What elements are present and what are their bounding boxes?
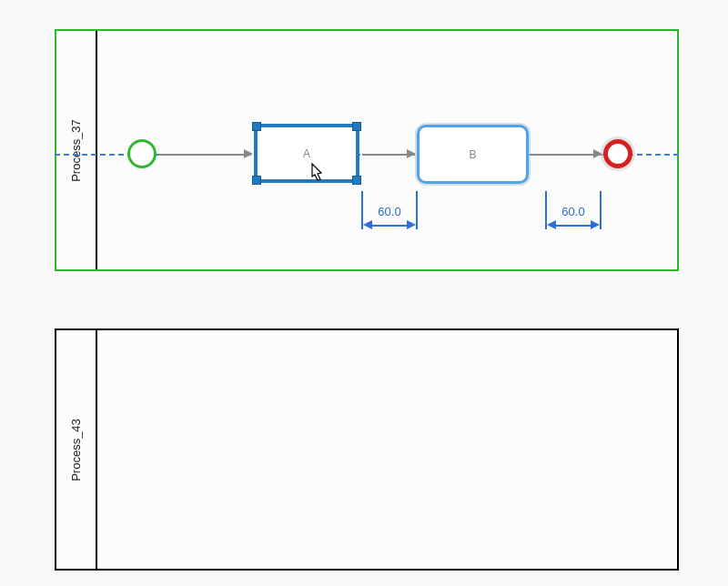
start-event[interactable] <box>127 139 157 168</box>
measure-line <box>371 225 408 227</box>
diagram-canvas[interactable]: Process_37 A B 60.0 60.0 <box>0 0 728 586</box>
pool-process-43[interactable]: Process_43 <box>55 328 679 571</box>
task-a[interactable]: A <box>254 124 359 183</box>
resize-handle-sw[interactable] <box>252 176 261 185</box>
pool-label: Process_43 <box>69 419 83 481</box>
measure-line <box>555 225 592 227</box>
measure-arrow-right-icon <box>591 220 600 229</box>
resize-handle-se[interactable] <box>352 176 361 185</box>
flow-arrow-icon <box>407 149 416 158</box>
pool-label: Process_37 <box>69 119 83 182</box>
measure-tick <box>416 191 418 229</box>
flow-arrow-icon <box>244 149 253 158</box>
flow-arrow-icon <box>593 149 602 158</box>
resize-handle-nw[interactable] <box>252 122 261 131</box>
task-b[interactable]: B <box>417 125 529 184</box>
task-label: B <box>469 148 476 161</box>
resize-handle-ne[interactable] <box>352 122 361 131</box>
task-label: A <box>303 147 310 160</box>
sequence-flow[interactable] <box>158 154 251 156</box>
measure-tick <box>600 191 602 229</box>
pool-label-strip: Process_43 <box>56 330 97 569</box>
measure-arrow-right-icon <box>407 220 416 229</box>
measure-label: 60.0 <box>376 205 403 218</box>
sequence-flow[interactable] <box>531 154 601 156</box>
end-event[interactable] <box>603 139 632 168</box>
pool-label-strip: Process_37 <box>56 31 97 269</box>
measure-label: 60.0 <box>560 205 587 218</box>
